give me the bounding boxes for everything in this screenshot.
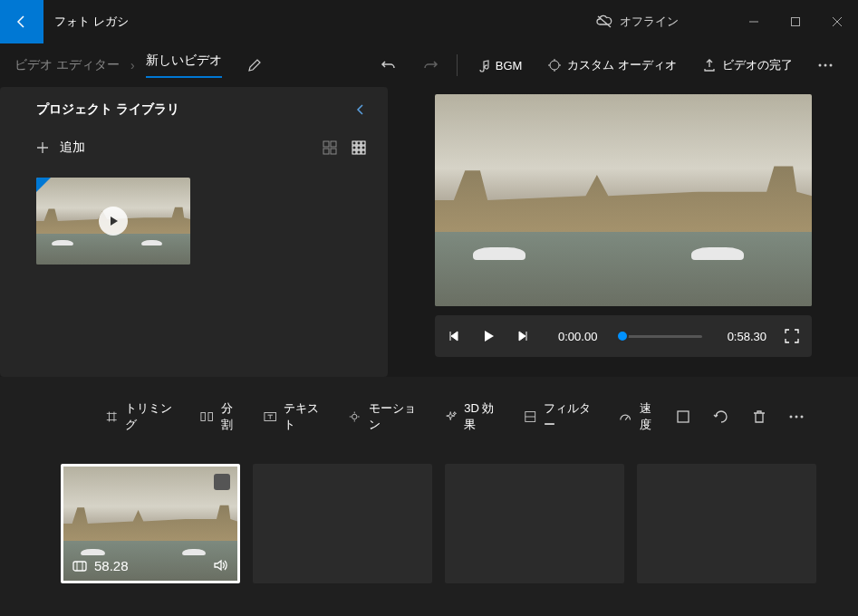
svg-rect-15 [352, 150, 356, 154]
back-button[interactable] [0, 0, 43, 43]
preview-panel: 0:00.00 0:58.30 [388, 87, 858, 377]
speed-icon [619, 409, 631, 424]
selected-corner-icon [36, 178, 51, 192]
view-large-button[interactable] [323, 140, 337, 155]
motion-icon [348, 409, 361, 424]
project-library: プロジェクト ライブラリ 追加 [0, 87, 388, 377]
minimize-button[interactable] [733, 7, 775, 36]
svg-rect-12 [352, 146, 356, 149]
step-forward-icon [516, 330, 529, 342]
undo-button[interactable] [370, 50, 408, 81]
sparkle-icon [444, 409, 457, 424]
svg-rect-18 [201, 413, 205, 421]
timeline-clip[interactable]: 58.28 [61, 464, 240, 583]
crop-icon [675, 409, 691, 425]
more-button[interactable] [807, 56, 844, 74]
rotate-button[interactable] [713, 409, 729, 425]
fullscreen-button[interactable] [785, 329, 799, 343]
timeline-more-button[interactable] [789, 415, 804, 419]
timeline-empty-slot[interactable] [253, 464, 432, 583]
svg-rect-8 [331, 149, 336, 154]
text-icon [264, 409, 276, 424]
svg-point-3 [824, 64, 827, 67]
offline-status: オフライン [596, 14, 679, 30]
prev-frame-button[interactable] [448, 330, 460, 342]
current-time: 0:00.00 [558, 330, 597, 343]
music-icon [476, 58, 490, 72]
main-area: プロジェクト ライブラリ 追加 [0, 87, 858, 377]
maximize-button[interactable] [775, 7, 816, 36]
svg-rect-10 [357, 141, 361, 145]
text-button[interactable]: テキスト [256, 395, 333, 438]
add-media-button[interactable]: 追加 [36, 140, 85, 156]
svg-point-26 [801, 416, 804, 419]
grid-small-icon [352, 140, 366, 155]
breadcrumb-editor[interactable]: ビデオ エディター [14, 57, 120, 73]
next-frame-button[interactable] [516, 330, 529, 342]
svg-point-21 [352, 414, 357, 419]
filter-icon [524, 409, 536, 424]
offline-label: オフライン [620, 14, 679, 30]
arrow-left-icon [14, 14, 29, 29]
trash-icon [751, 409, 767, 425]
scrubber[interactable] [622, 335, 701, 338]
svg-point-1 [550, 61, 559, 70]
clip-duration[interactable]: 58.28 [72, 558, 129, 573]
chevron-right-icon: › [130, 58, 135, 72]
video-preview[interactable] [435, 94, 812, 306]
timeline-empty-slot[interactable] [637, 464, 816, 583]
clip-progress-bar [63, 581, 237, 583]
speed-button[interactable]: 速度 [612, 395, 668, 438]
timeline-empty-slot[interactable] [445, 464, 624, 583]
custom-audio-button[interactable]: カスタム オーディオ [536, 50, 688, 81]
trim-icon [105, 409, 118, 424]
audio-settings-icon [547, 58, 562, 72]
breadcrumb: ビデオ エディター › 新しいビデオ [14, 53, 262, 78]
separator [457, 54, 458, 76]
svg-rect-0 [792, 18, 800, 26]
rotate-icon [713, 409, 729, 425]
svg-rect-14 [362, 146, 365, 149]
duration-icon [72, 559, 87, 573]
clip-volume-button[interactable] [212, 557, 228, 573]
motion-button[interactable]: モーション [341, 395, 429, 438]
filter-button[interactable]: フィルター [516, 395, 604, 438]
crop-button[interactable] [675, 409, 691, 425]
collapse-library-button[interactable] [355, 104, 366, 115]
split-button[interactable]: 分割 [193, 395, 249, 438]
bgm-button[interactable]: BGM [465, 51, 534, 80]
fullscreen-icon [785, 329, 799, 343]
clip-checkbox[interactable] [214, 474, 230, 490]
svg-point-4 [830, 64, 833, 67]
library-title: プロジェクト ライブラリ [36, 101, 179, 118]
svg-point-24 [790, 416, 793, 419]
volume-icon [212, 557, 228, 573]
svg-rect-17 [362, 150, 365, 154]
export-icon [702, 58, 717, 72]
step-back-icon [448, 330, 460, 342]
redo-button[interactable] [411, 50, 449, 81]
delete-button[interactable] [751, 409, 767, 425]
svg-rect-11 [362, 141, 365, 145]
pencil-icon [247, 58, 262, 72]
play-overlay-icon [99, 207, 128, 236]
play-icon [482, 330, 495, 342]
library-clip[interactable] [36, 178, 190, 265]
duration-time: 0:58.30 [728, 330, 766, 343]
view-small-button[interactable] [352, 140, 366, 155]
edit-title-button[interactable] [247, 58, 262, 72]
svg-rect-19 [208, 413, 212, 421]
cloud-off-icon [596, 14, 612, 30]
scrubber-thumb[interactable] [616, 330, 629, 342]
trim-button[interactable]: トリミング [98, 395, 186, 438]
3d-effects-button[interactable]: 3D 効果 [437, 395, 509, 438]
close-button[interactable] [816, 7, 858, 36]
timeline-area: トリミング 分割 テキスト モーション 3D 効果 フィルター 速度 [0, 377, 858, 616]
breadcrumb-project[interactable]: 新しいビデオ [146, 53, 222, 78]
timeline-toolbar: トリミング 分割 テキスト モーション 3D 効果 フィルター 速度 [0, 395, 858, 438]
play-button[interactable] [482, 330, 495, 342]
ellipsis-icon [818, 63, 833, 67]
finish-video-button[interactable]: ビデオの完了 [691, 50, 804, 81]
svg-rect-27 [73, 562, 86, 571]
grid-large-icon [323, 140, 337, 155]
